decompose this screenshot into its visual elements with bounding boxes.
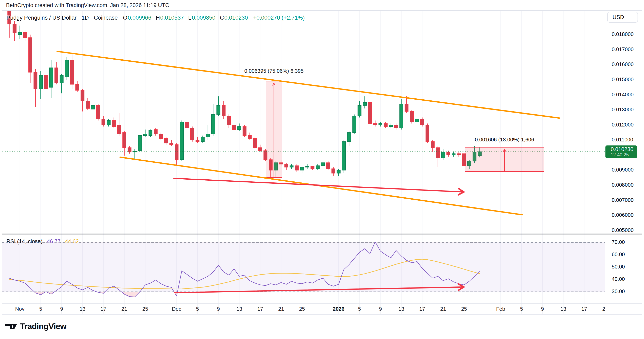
- trendlines[interactable]: [57, 51, 559, 215]
- time-axis-label: 5: [358, 306, 361, 312]
- time-axis-label: 21: [440, 306, 446, 312]
- time-axis-label: 25: [142, 306, 148, 312]
- measure-label-1[interactable]: 0.006395 (75.06%) 6,395: [244, 68, 304, 74]
- time-axis-label: 9: [217, 306, 220, 312]
- time-axis-label: Feb: [496, 306, 505, 312]
- time-axis-labels[interactable]: Nov5913172125Dec591317212520265913172125…: [15, 306, 608, 312]
- ohlc-pair: O0.009966: [123, 15, 152, 21]
- bar-countdown: 12:40:25: [611, 152, 637, 157]
- time-axis-label: 13: [236, 306, 242, 312]
- rsi-indicator-title[interactable]: RSI (14, close): [6, 238, 42, 245]
- tradingview-logo-icon: [5, 323, 17, 330]
- price-axis-label: 0.007000: [612, 197, 634, 203]
- time-axis-label: 5: [196, 306, 199, 312]
- time-axis-label: 25: [461, 306, 467, 312]
- time-axis-label: 25: [299, 306, 305, 312]
- rsi-legend: RSI (14, close) 46.77 44.62: [6, 238, 79, 245]
- attribution-text: BeInCrypto created with TradingView.com,…: [6, 2, 169, 9]
- price-axis-label: 0.016000: [612, 61, 634, 67]
- time-axis-label: Nov: [15, 306, 24, 312]
- time-axis-label: 9: [60, 306, 63, 312]
- rsi-axis-label: 40.00: [612, 276, 625, 282]
- price-axis-label: 0.014000: [612, 92, 634, 98]
- price-axis-label: 0.005000: [612, 227, 634, 233]
- price-axis-label: 0.006000: [612, 212, 634, 218]
- currency-toggle-button[interactable]: USD: [607, 12, 638, 23]
- measured-move-box-1[interactable]: [266, 81, 282, 177]
- time-axis-label: 17: [419, 306, 425, 312]
- last-price-badge[interactable]: 0.010230 12:40:25: [606, 145, 637, 158]
- price-axis-label: 0.012000: [612, 122, 634, 128]
- rsi-axis-labels[interactable]: 70.0060.0050.0040.0030.00: [612, 239, 625, 294]
- tradingview-chart-screenshot: 0.0180000.0170000.0160000.0150000.014000…: [0, 0, 644, 339]
- time-axis-label: 5: [39, 306, 42, 312]
- time-axis-label: Dec: [172, 306, 181, 312]
- ohlc-pair: C0.010230: [220, 15, 248, 21]
- time-axis-label: 2026: [333, 306, 344, 312]
- time-axis-label: 13: [398, 306, 404, 312]
- rsi-ma-value: 44.62: [65, 238, 79, 245]
- upper-channel-trendline: [57, 51, 559, 118]
- tradingview-wordmark: TradingView: [20, 322, 66, 331]
- price-axis-label: 0.013000: [612, 107, 634, 113]
- attribution-bar: BeInCrypto created with TradingView.com,…: [6, 0, 169, 11]
- candle-series[interactable]: [8, 8, 482, 177]
- last-price-value: 0.010230: [611, 146, 637, 152]
- time-axis-label: 13: [80, 306, 86, 312]
- time-axis-label: 5: [520, 306, 523, 312]
- symbol-title[interactable]: Pudgy Penguins / US Dollar · 1D · Coinba…: [6, 15, 118, 21]
- symbol-legend: Pudgy Penguins / US Dollar · 1D · Coinba…: [6, 15, 305, 21]
- ohlc-values: O0.009966H0.010537L0.009850C0.010230: [123, 15, 248, 21]
- price-axis-label: 0.018000: [612, 31, 634, 37]
- price-axis-labels[interactable]: 0.0180000.0170000.0160000.0150000.014000…: [612, 31, 634, 233]
- price-support-arrow: [174, 178, 463, 192]
- price-axis-label: 0.017000: [612, 46, 634, 52]
- rsi-axis-label: 70.00: [612, 239, 625, 245]
- time-axis-label: 17: [257, 306, 263, 312]
- price-axis-label: 0.008000: [612, 182, 634, 188]
- time-axis-label: 13: [560, 306, 566, 312]
- rsi-axis-label: 60.00: [612, 251, 625, 257]
- change-value: +0.000270 (+2.71%): [253, 15, 305, 21]
- footer-brand: TradingView: [5, 322, 66, 331]
- price-axis-label: 0.015000: [612, 76, 634, 82]
- measure-label-2[interactable]: 0.001606 (18.00%) 1,606: [475, 137, 534, 143]
- price-chart-canvas[interactable]: 0.0180000.0170000.0160000.0150000.014000…: [0, 0, 644, 339]
- currency-label: USD: [612, 14, 624, 21]
- price-axis-label: 0.009000: [612, 167, 634, 173]
- ohlc-pair: L0.009850: [188, 15, 216, 21]
- rsi-value: 46.77: [47, 238, 61, 245]
- rsi-band: [2, 242, 605, 292]
- time-axis-label: 21: [278, 306, 284, 312]
- time-axis-label: 17: [100, 306, 106, 312]
- time-axis-label: 9: [541, 306, 544, 312]
- time-axis-label: 17: [582, 306, 587, 312]
- rsi-axis-label: 50.00: [612, 264, 625, 270]
- ohlc-pair: H0.010537: [156, 15, 184, 21]
- time-axis-label: 9: [379, 306, 382, 312]
- price-axis-label: 0.011000: [612, 137, 633, 143]
- rsi-axis-label: 30.00: [612, 288, 625, 294]
- time-axis-label: 21: [121, 306, 127, 312]
- measured-move-box-2[interactable]: [465, 147, 544, 172]
